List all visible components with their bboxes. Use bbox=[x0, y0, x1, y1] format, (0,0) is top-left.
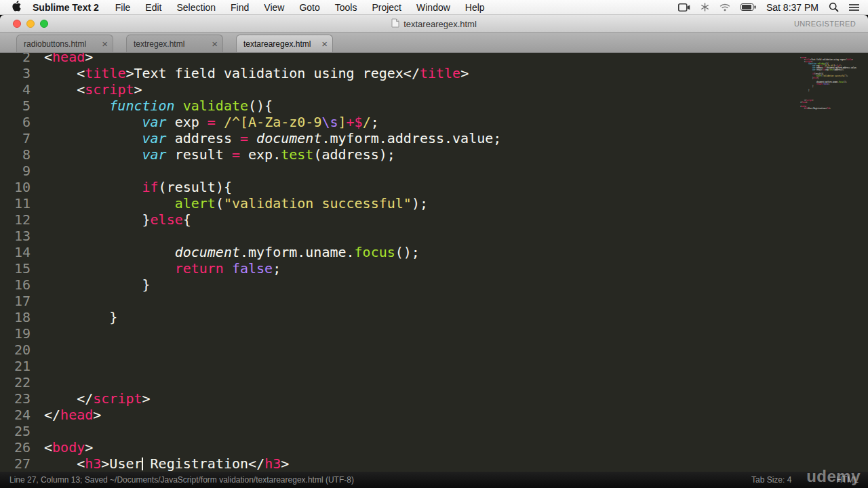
status-bar: Line 27, Column 13; Saved ~/Documents/Ja… bbox=[0, 472, 868, 488]
status-cursor-position: Line 27, Column 13; Saved ~/Documents/Ja… bbox=[9, 475, 751, 485]
line-number: 8 bbox=[0, 146, 31, 163]
menu-bar-clock[interactable]: Sat 8:37 PM bbox=[766, 2, 818, 13]
app-menu-name[interactable]: Sublime Text 2 bbox=[33, 2, 99, 13]
code-line-12[interactable]: 12 }else{ bbox=[0, 211, 501, 228]
notification-center-icon[interactable] bbox=[849, 3, 859, 12]
line-number: 27 bbox=[0, 455, 31, 472]
tab-close-icon[interactable]: × bbox=[321, 39, 328, 49]
code-line-9[interactable]: 9 bbox=[0, 163, 501, 179]
tab-radiobuttons.html[interactable]: radiobuttons.html× bbox=[16, 35, 113, 52]
menu-help[interactable]: Help bbox=[465, 2, 485, 13]
line-number: 25 bbox=[0, 423, 31, 439]
line-number: 15 bbox=[0, 260, 31, 277]
code-line-8[interactable]: 8 var result = exp.test(address); bbox=[0, 146, 501, 163]
menu-tools[interactable]: Tools bbox=[335, 2, 357, 13]
document-icon bbox=[391, 18, 399, 30]
line-number: 4 bbox=[0, 81, 31, 98]
tab-label: textregex.html bbox=[134, 39, 209, 49]
line-number: 11 bbox=[0, 195, 31, 211]
menu-find[interactable]: Find bbox=[231, 2, 249, 13]
line-number: 19 bbox=[0, 325, 31, 342]
menu-selection[interactable]: Selection bbox=[176, 2, 216, 13]
minimap-content: <head> <title>Text field validation usin… bbox=[800, 57, 808, 109]
code-line-18[interactable]: 18 } bbox=[0, 309, 501, 325]
line-number: 7 bbox=[0, 130, 31, 146]
code-line-24[interactable]: 24</head> bbox=[0, 407, 501, 423]
battery-icon[interactable] bbox=[741, 3, 756, 11]
tab-bar: radiobuttons.html×textregex.html×textare… bbox=[0, 33, 868, 53]
window-title-bar[interactable]: textarearegex.html UNREGISTERED bbox=[0, 15, 868, 33]
code-line-15[interactable]: 15 return false; bbox=[0, 260, 501, 277]
udemy-watermark: udemy bbox=[806, 467, 861, 486]
code-line-11[interactable]: 11 alert("validation successful"); bbox=[0, 195, 501, 211]
line-number: 21 bbox=[0, 358, 31, 374]
apple-menu[interactable] bbox=[12, 1, 21, 14]
line-number: 2 bbox=[0, 53, 31, 65]
tab-close-icon[interactable]: × bbox=[212, 39, 218, 49]
code-line-23[interactable]: 23 </script> bbox=[0, 390, 501, 407]
line-number: 17 bbox=[0, 293, 31, 309]
text-cursor bbox=[142, 458, 143, 470]
code-line-22[interactable]: 22 bbox=[0, 374, 501, 390]
code-line-26[interactable]: 26<body> bbox=[0, 439, 501, 455]
menu-view[interactable]: View bbox=[264, 2, 284, 13]
code-line-2[interactable]: 2<head> bbox=[0, 53, 501, 65]
close-button[interactable] bbox=[13, 20, 21, 28]
menu-project[interactable]: Project bbox=[372, 2, 401, 13]
code-line-14[interactable]: 14 document.myform.uname.focus(); bbox=[0, 244, 501, 260]
asterisk-icon[interactable] bbox=[701, 3, 709, 12]
unregistered-label: UNREGISTERED bbox=[794, 20, 856, 28]
menu-bar-status-area: Sat 8:37 PM bbox=[678, 2, 859, 13]
line-number: 6 bbox=[0, 114, 31, 130]
code-editor[interactable]: 2<head>3 <title>Text field validation us… bbox=[0, 53, 868, 472]
code-area: 2<head>3 <title>Text field validation us… bbox=[0, 53, 501, 472]
menu-window[interactable]: Window bbox=[416, 2, 450, 13]
menu-edit[interactable]: Edit bbox=[145, 2, 161, 13]
apple-icon bbox=[12, 1, 21, 14]
code-line-3[interactable]: 3 <title>Text field validation using reg… bbox=[0, 65, 501, 81]
line-number: 16 bbox=[0, 277, 31, 293]
line-number: 24 bbox=[0, 407, 31, 423]
code-line-10[interactable]: 10 if(result){ bbox=[0, 179, 501, 195]
code-line-21[interactable]: 21 bbox=[0, 358, 501, 374]
code-line-16[interactable]: 16 } bbox=[0, 277, 501, 293]
tab-close-icon[interactable]: × bbox=[102, 39, 108, 49]
line-number: 18 bbox=[0, 309, 31, 325]
line-number: 20 bbox=[0, 342, 31, 358]
code-line-13[interactable]: 13 bbox=[0, 228, 501, 244]
tab-textregex.html[interactable]: textregex.html× bbox=[126, 35, 223, 52]
code-line-17[interactable]: 17 bbox=[0, 293, 501, 309]
minimize-button[interactable] bbox=[26, 20, 35, 28]
menu-file[interactable]: File bbox=[115, 2, 131, 13]
code-line-19[interactable]: 19 bbox=[0, 325, 501, 342]
line-number: 12 bbox=[0, 211, 31, 228]
line-number: 26 bbox=[0, 439, 31, 455]
line-number: 9 bbox=[0, 163, 31, 179]
window-title: textarearegex.html bbox=[136, 15, 732, 33]
screen-recording-icon[interactable] bbox=[678, 3, 690, 12]
screen: Sublime Text 2 FileEditSelectionFindView… bbox=[0, 0, 868, 488]
code-line-20[interactable]: 20 bbox=[0, 342, 501, 358]
line-number: 23 bbox=[0, 390, 31, 407]
wifi-icon[interactable] bbox=[719, 3, 730, 12]
line-number: 13 bbox=[0, 228, 31, 244]
line-number: 5 bbox=[0, 98, 31, 114]
tab-textarearegex.html[interactable]: textarearegex.html× bbox=[236, 35, 333, 52]
menu-bar: Sublime Text 2 FileEditSelectionFindView… bbox=[0, 0, 868, 15]
window-title-text: textarearegex.html bbox=[403, 19, 477, 29]
line-number: 3 bbox=[0, 65, 31, 81]
tab-size-indicator[interactable]: Tab Size: 4 bbox=[751, 475, 791, 485]
code-line-25[interactable]: 25 bbox=[0, 423, 501, 439]
menu-items: FileEditSelectionFindViewGotoToolsProjec… bbox=[115, 2, 485, 13]
line-number: 14 bbox=[0, 244, 31, 260]
zoom-button[interactable] bbox=[40, 20, 48, 28]
code-line-7[interactable]: 7 var address = document.myform.address.… bbox=[0, 130, 501, 146]
code-line-4[interactable]: 4 <script> bbox=[0, 81, 501, 98]
minimap[interactable]: <head> <title>Text field validation usin… bbox=[800, 57, 865, 117]
menu-goto[interactable]: Goto bbox=[299, 2, 319, 13]
code-line-5[interactable]: 5 function validate(){ bbox=[0, 98, 501, 114]
spotlight-icon[interactable] bbox=[829, 2, 839, 12]
line-number: 22 bbox=[0, 374, 31, 390]
code-line-6[interactable]: 6 var exp = /^[A-Za-z0-9\s]+$/; bbox=[0, 114, 501, 130]
code-line-27[interactable]: 27 <h3>User Registration</h3> bbox=[0, 455, 501, 472]
